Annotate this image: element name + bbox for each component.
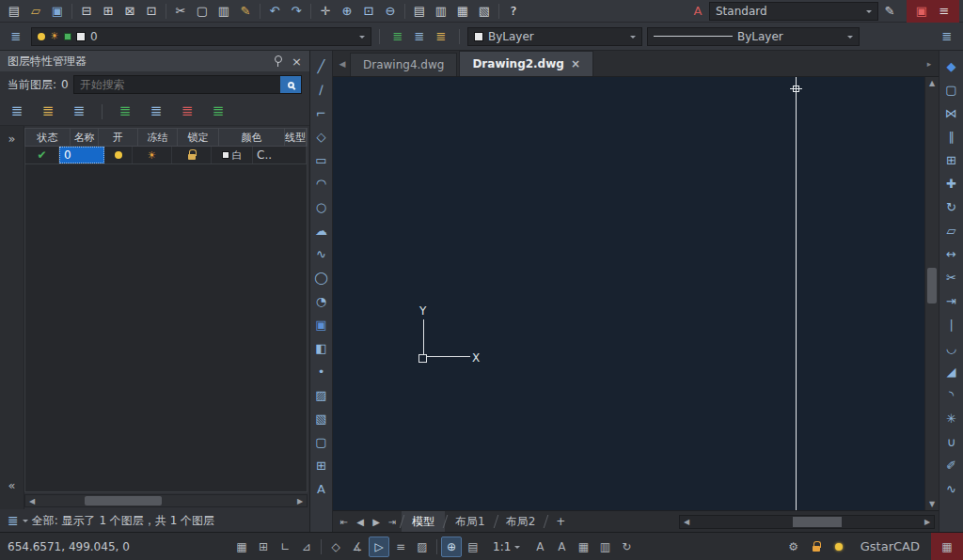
plot-icon[interactable]: ⊟ (76, 2, 97, 21)
region-icon[interactable]: ▢ (312, 431, 331, 452)
object-snap-icon[interactable]: ◇ (325, 537, 346, 557)
arc-icon[interactable]: ◠ (312, 173, 331, 194)
drawing-canvas[interactable]: Y X (333, 77, 924, 510)
column-header[interactable]: 冻结 (138, 129, 178, 146)
snap-mode-icon[interactable]: ⊞ (253, 537, 274, 557)
set-current-layer-icon[interactable]: ≣ (207, 101, 229, 123)
fillet-icon[interactable]: ◝ (942, 384, 961, 405)
make-object-layer-current-icon[interactable]: ≣ (387, 27, 408, 46)
scroll-up-icon[interactable]: ▲ (929, 79, 935, 87)
construction-line-icon[interactable]: ∕ (312, 79, 331, 100)
rectangle-icon[interactable]: ▭ (312, 149, 331, 170)
export-pdf-icon[interactable]: ⊡ (141, 2, 162, 21)
cut-icon[interactable]: ✂ (170, 2, 191, 21)
edit-spline-icon[interactable]: ∿ (942, 478, 961, 499)
tool-palettes-icon[interactable]: ▦ (452, 2, 473, 21)
copy-icon[interactable]: ▢ (192, 2, 213, 21)
layer-list-hscrollbar[interactable]: ◀ ▶ (24, 494, 308, 507)
publish-icon[interactable]: ⊠ (119, 2, 140, 21)
extend-icon[interactable]: ⇥ (942, 290, 961, 311)
scrollbar-track[interactable] (693, 516, 921, 528)
explode-icon[interactable]: ✳ (942, 408, 961, 428)
palette-titlebar[interactable]: 图层特性管理器 × (0, 51, 309, 71)
break-icon[interactable]: ◡ (942, 337, 961, 358)
tab-drawing4-dwg[interactable]: Drawing4.dwg (350, 53, 457, 76)
paste-icon[interactable]: ▥ (213, 2, 234, 21)
dynamic-input-icon[interactable]: ▷ (369, 537, 389, 557)
ellipse-icon[interactable]: ◯ (312, 267, 331, 288)
stretch-icon[interactable]: ↔ (942, 243, 961, 264)
previous-layer-icon[interactable]: ≣ (409, 27, 430, 46)
polyline-icon[interactable]: ⌐ (312, 102, 331, 123)
prev-layout-icon[interactable]: ◀ (353, 517, 368, 527)
move-icon[interactable]: ✚ (942, 173, 961, 194)
layer-row[interactable]: ✔ 0 ☀ 白 C.. (24, 147, 308, 164)
layer-combo[interactable]: ☀ 0 (31, 27, 371, 46)
tab-scroll-right-icon[interactable]: ▸ (922, 53, 937, 75)
undo-icon[interactable]: ↶ (264, 2, 285, 21)
layer-status-cell[interactable]: ✔ (25, 147, 59, 163)
layer-linetype-cell[interactable]: C.. (253, 147, 307, 163)
scrollbar-thumb[interactable] (927, 268, 937, 303)
annotation-scale-combo[interactable]: 1:1 (485, 540, 528, 553)
column-header[interactable]: 锁定 (178, 129, 219, 146)
main-menu-icon[interactable]: ≡ (934, 2, 955, 21)
scale-icon[interactable]: ▱ (942, 220, 961, 241)
chamfer-icon[interactable]: ◢ (942, 361, 961, 381)
column-header[interactable]: 名称 (71, 129, 99, 146)
offset-icon[interactable]: ∥ (942, 126, 961, 147)
array-icon[interactable]: ⊞ (942, 149, 961, 170)
layer-name-cell[interactable]: 0 (59, 147, 104, 163)
lock-ui-icon[interactable] (806, 537, 827, 557)
table-icon[interactable]: ⊞ (312, 455, 331, 475)
layer-color-cell[interactable]: 白 (212, 147, 253, 163)
tab-layout2[interactable]: 布局2 (496, 511, 546, 532)
rotate-icon[interactable]: ↻ (942, 196, 961, 217)
ellipse-arc-icon[interactable]: ◔ (312, 290, 331, 311)
scroll-right-icon[interactable]: ▶ (921, 518, 934, 526)
erase-icon[interactable]: ◆ (942, 55, 961, 76)
layer-filter-icon[interactable]: ≣ (8, 513, 19, 528)
layer-on-cell[interactable] (104, 147, 133, 163)
annotation-visibility-icon[interactable]: A (529, 537, 550, 557)
new-layer-icon[interactable]: ≣ (114, 101, 136, 123)
column-header[interactable]: 线型 (285, 129, 307, 146)
mtext-icon[interactable]: A (312, 478, 331, 499)
lineweight-display-icon[interactable]: ≡ (390, 537, 411, 557)
search-button[interactable] (280, 76, 301, 93)
match-properties-icon[interactable]: ✎ (235, 2, 256, 21)
revision-cloud-icon[interactable]: ☁ (312, 220, 331, 241)
plot-preview-icon[interactable]: ⊞ (98, 2, 118, 21)
scroll-right-icon[interactable]: ▶ (293, 497, 307, 506)
layer-properties-icon[interactable]: ≣ (6, 27, 26, 46)
layer-freeze-cell[interactable]: ☀ (133, 147, 172, 163)
help-icon[interactable]: ? (503, 2, 524, 21)
close-tab-icon[interactable]: × (571, 58, 580, 70)
pin-icon[interactable] (273, 55, 282, 67)
next-layout-icon[interactable]: ▶ (369, 517, 384, 527)
pan-icon[interactable]: ✛ (315, 2, 336, 21)
designcenter-icon[interactable]: ▥ (431, 2, 451, 21)
annotation-monitor-icon[interactable]: ▤ (463, 537, 483, 557)
fullscreen-icon[interactable]: ▣ (911, 2, 932, 21)
color-combo[interactable]: ByLayer (467, 27, 642, 46)
column-header[interactable]: 状态 (25, 129, 71, 146)
gradient-icon[interactable]: ▧ (312, 408, 331, 428)
zoom-previous-icon[interactable]: ⊖ (380, 2, 401, 21)
open-icon[interactable]: ▱ (25, 2, 46, 21)
add-scales-icon[interactable]: A (551, 537, 572, 557)
transparency-icon[interactable]: ▨ (412, 537, 433, 557)
isolate-objects-icon[interactable] (829, 537, 849, 557)
layer-translator-icon[interactable]: ≣ (937, 27, 957, 46)
new-vp-frozen-layer-icon[interactable]: ≣ (145, 101, 167, 123)
expand-filter-pane-icon[interactable]: » (8, 132, 16, 146)
search-input[interactable] (80, 78, 280, 91)
new-property-filter-icon[interactable]: ≣ (6, 101, 28, 123)
selection-cycling-icon[interactable]: ⊕ (441, 537, 462, 557)
scrollbar-track[interactable] (39, 495, 293, 506)
circle-icon[interactable]: ○ (312, 196, 331, 217)
spline-icon[interactable]: ∿ (312, 243, 331, 264)
layer-states-manager-icon[interactable]: ≣ (68, 101, 90, 123)
scroll-left-icon[interactable]: ◀ (25, 497, 39, 506)
mirror-icon[interactable]: ⋈ (942, 102, 961, 123)
